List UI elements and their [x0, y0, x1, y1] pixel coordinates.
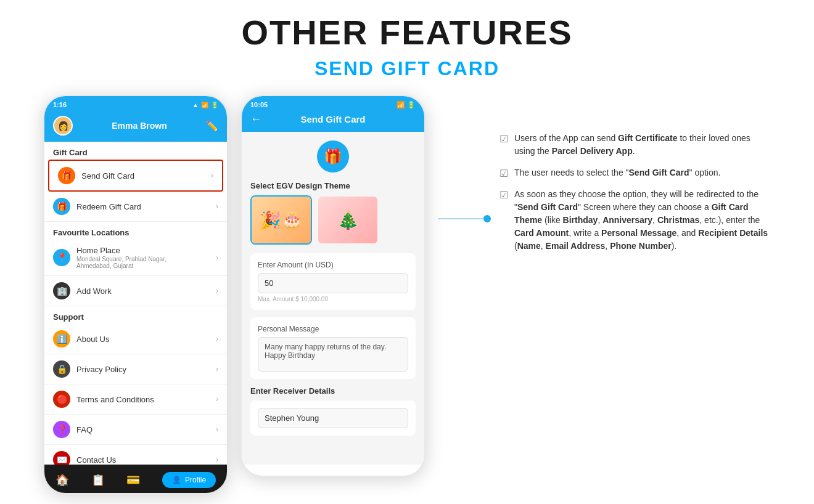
home-label: Home Place — [76, 246, 166, 255]
about-icon: ℹ️ — [53, 330, 70, 348]
message-field[interactable]: Many many happy returns of the day. Happ… — [258, 337, 408, 372]
phone2-signal: 📶 — [397, 101, 405, 108]
description-panel: ☑ Users of the App can send Gift Certifi… — [500, 95, 771, 261]
add-work-label: Add Work — [76, 287, 112, 296]
home-icon: 📍 — [53, 249, 70, 266]
phone2-nav: ← Send Gift Card — [250, 114, 416, 124]
favourite-header: Favourite Locations — [44, 222, 227, 240]
chevron-icon: › — [216, 253, 218, 262]
chevron-icon: › — [216, 425, 218, 434]
phone1-top-bar: 1:16 ▲ 📶 🔋 👩 Emma Brown ✏️ — [44, 96, 227, 142]
send-gift-label: Send Gift Card — [81, 171, 134, 181]
chevron-icon: › — [216, 287, 218, 295]
chevron-icon: › — [216, 202, 218, 211]
phone2-time: 10:05 — [250, 101, 268, 109]
redeem-gift-icon: 🎁 — [53, 198, 70, 215]
amount-card: Enter Amount (In USD) 50 Max. Amount $ 1… — [250, 253, 416, 310]
check-icon-1: ☑ — [500, 133, 508, 145]
user-name: Emma Brown — [112, 121, 166, 131]
theme-christmas[interactable]: 🎄 — [317, 195, 379, 245]
chevron-icon: › — [211, 171, 213, 180]
phone2-header: 10:05 📶 🔋 ← Send Gift Card — [242, 96, 424, 132]
amount-field[interactable]: 50 — [258, 273, 408, 293]
chevron-icon: › — [216, 335, 218, 343]
time-label: 1:16 — [53, 101, 67, 108]
menu-item-about[interactable]: ℹ️ About Us › — [44, 324, 227, 354]
phone2-battery: 🔋 — [407, 101, 416, 108]
status-icons: ▲ 📶 🔋 — [192, 102, 218, 108]
support-header: Support — [44, 306, 227, 324]
privacy-icon: 🔒 — [53, 360, 70, 378]
faq-label: FAQ — [76, 425, 92, 434]
menu-item-add-work[interactable]: 🏢 Add Work › — [44, 276, 227, 306]
christmas-theme-img: 🎄 — [318, 197, 377, 243]
phone2-body: 🎁 Select EGV Design Theme 🎉🎂 🎄 Enter Amo… — [242, 132, 424, 465]
phone2-screen-title: Send Gift Card — [300, 114, 365, 124]
connector-dot — [483, 215, 491, 222]
desc-item-2: ☑ The user needs to select the "Send Gif… — [500, 166, 771, 179]
menu-item-redeem-gift[interactable]: 🎁 Redeem Gift Card › — [44, 192, 227, 222]
terms-icon: 🔴 — [53, 391, 70, 408]
privacy-label: Privacy Policy — [76, 365, 126, 374]
check-icon-3: ☑ — [500, 189, 508, 201]
birthday-theme-img: 🎉🎂 — [252, 197, 311, 243]
menu-item-privacy[interactable]: 🔒 Privacy Policy › — [44, 354, 227, 384]
connector-line — [438, 218, 487, 219]
menu-item-send-gift[interactable]: 🎁 Send Gift Card › — [48, 160, 223, 192]
desc-text-2: The user needs to select the "Send Gift … — [514, 166, 720, 179]
page-wrapper: OTHER FEATURES SEND GIFT CARD 1:16 ▲ 📶 🔋… — [0, 0, 814, 504]
edit-icon[interactable]: ✏️ — [206, 120, 218, 132]
max-amount-label: Max. Amount $ 10,000.00 — [258, 296, 408, 303]
wifi-icon: 📶 — [201, 102, 208, 108]
send-gift-icon: 🎁 — [58, 167, 75, 184]
desc-item-3: ☑ As soon as they choose the option, the… — [500, 188, 771, 253]
faq-icon: ❓ — [53, 421, 70, 438]
gift-card-header: Gift Card — [44, 142, 227, 160]
profile-bar: 👩 Emma Brown ✏️ — [53, 111, 218, 142]
theme-birthday[interactable]: 🎉🎂 — [250, 195, 312, 245]
menu-item-terms[interactable]: 🔴 Terms and Conditions › — [44, 384, 227, 415]
check-icon-2: ☑ — [500, 168, 508, 179]
nav-profile[interactable]: 👤 Profile — [162, 472, 216, 488]
status-bar-1: 1:16 ▲ 📶 🔋 — [53, 101, 218, 111]
gift-icon-circle: 🎁 — [317, 140, 349, 173]
profile-nav-label: Profile — [185, 476, 206, 484]
chevron-icon: › — [216, 365, 218, 373]
signal-icon: ▲ — [192, 102, 199, 108]
menu-item-home[interactable]: 📍 Home Place Mondeal Square, Prahlad Nag… — [44, 240, 227, 276]
section-title: SEND GIFT CARD — [314, 57, 500, 80]
phone2-status-bar: 10:05 📶 🔋 — [250, 101, 416, 109]
nav-wallet[interactable]: 💳 — [126, 473, 140, 487]
desc-text-3: As soon as they choose the option, they … — [514, 188, 771, 253]
chevron-icon: › — [216, 455, 218, 464]
about-label: About Us — [76, 335, 109, 344]
connector-area — [438, 218, 487, 219]
work-icon: 🏢 — [53, 282, 70, 299]
nav-list[interactable]: 📋 — [91, 473, 105, 487]
desc-item-1: ☑ Users of the App can send Gift Certifi… — [500, 132, 771, 158]
terms-label: Terms and Conditions — [76, 395, 154, 404]
menu-item-faq[interactable]: ❓ FAQ › — [44, 415, 227, 445]
battery-icon: 🔋 — [211, 102, 218, 108]
receiver-label: Enter Receiver Details — [250, 386, 416, 396]
contact-label: Contact Us — [76, 455, 116, 465]
avatar: 👩 — [53, 116, 73, 136]
page-title: OTHER FEATURES — [241, 12, 572, 52]
theme-row: 🎉🎂 🎄 — [250, 195, 416, 245]
receiver-field[interactable]: Stephen Young — [258, 408, 408, 428]
bottom-nav: 🏠 📋 💳 👤 Profile — [44, 465, 227, 493]
phone1-frame: 1:16 ▲ 📶 🔋 👩 Emma Brown ✏️ Gift Card — [43, 95, 228, 494]
theme-label: Select EGV Design Theme — [250, 181, 416, 190]
amount-label: Enter Amount (In USD) — [258, 261, 408, 269]
menu-body: Gift Card 🎁 Send Gift Card › 🎁 Redeem Gi… — [44, 142, 227, 493]
redeem-gift-label: Redeem Gift Card — [76, 202, 141, 211]
back-button[interactable]: ← — [250, 113, 261, 126]
home-subtext: Mondeal Square, Prahlad Nagar,Ahmedabad,… — [76, 256, 166, 269]
receiver-card: Stephen Young — [250, 400, 416, 436]
profile-nav-icon: 👤 — [172, 476, 181, 484]
phone2-frame: 10:05 📶 🔋 ← Send Gift Card 🎁 Select EGV … — [240, 95, 426, 477]
chevron-icon: › — [216, 395, 218, 404]
desc-text-1: Users of the App can send Gift Certifica… — [514, 132, 771, 158]
message-label: Personal Message — [258, 325, 408, 333]
nav-home[interactable]: 🏠 — [56, 473, 69, 487]
